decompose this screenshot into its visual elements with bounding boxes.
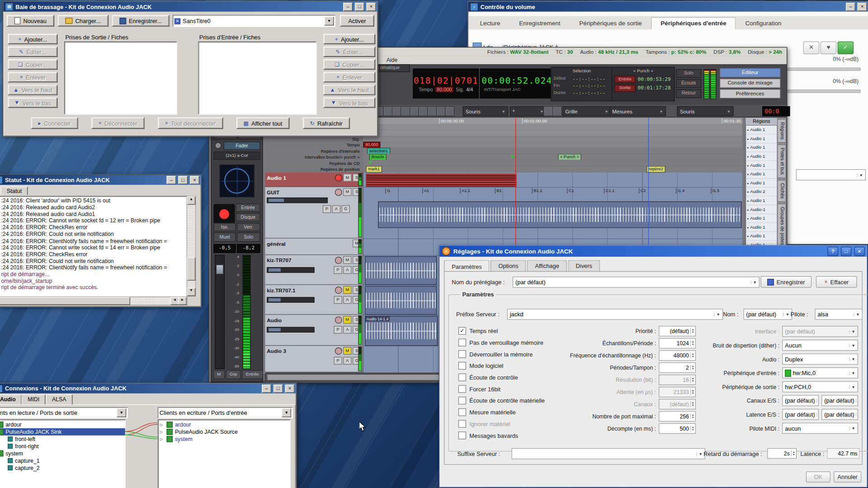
output-sockets-list[interactable]	[64, 42, 177, 115]
gain-display[interactable]: -0,5	[214, 244, 236, 253]
minimize-button[interactable]: –	[262, 384, 271, 392]
settings-checkbox[interactable]: Messages bavards	[458, 431, 545, 439]
status-titlebar[interactable]: J Statut - Kit de Connexion Audio JACK –…	[0, 175, 201, 185]
writable-clients-select[interactable]: Clients en ecriture / Ports d'entrée▼	[158, 407, 293, 418]
checkbox-icon[interactable]	[458, 431, 466, 439]
bar-marker[interactable]: A1.1	[460, 188, 471, 193]
in-channels-select[interactable]: (par défaut)▼	[782, 395, 819, 406]
cancel-button[interactable]: Annuler	[834, 471, 861, 482]
expander-icon[interactable]: ▸	[747, 207, 749, 211]
input-button[interactable]: Entrée	[236, 204, 260, 212]
bar-marker[interactable]: B1.1	[532, 188, 542, 193]
strip-bottom-button[interactable]: Entrée	[242, 370, 263, 379]
port-tree-item[interactable]: capture_1	[0, 457, 125, 464]
window-switch-button[interactable]: Préférences	[720, 89, 781, 99]
checkbox-icon[interactable]	[458, 373, 466, 381]
record-arm-button[interactable]	[335, 347, 342, 354]
close-button[interactable]: ×	[854, 247, 864, 256]
close-button[interactable]: ×	[367, 3, 376, 11]
settings-checkbox[interactable]: Ignorer matériel	[458, 419, 545, 427]
track-header-guit[interactable]: GUIT M S P A G	[265, 187, 363, 239]
input-device-select[interactable]: hw:Mic,0▼	[782, 367, 858, 378]
port-tree-item[interactable]: system	[0, 450, 125, 457]
settings-tab[interactable]: Paramètres	[444, 260, 490, 272]
settings-titlebar[interactable]: Réglages - Kit de Connexion Audio JACK ?…	[439, 246, 867, 257]
patchbay-action-button[interactable]: ▸Connecter	[31, 117, 78, 129]
ok-button[interactable]: OK	[806, 471, 830, 482]
isolate-button[interactable]: Iso.	[214, 223, 236, 231]
settings-checkbox[interactable]: Pas de verrouillage mémoire	[458, 338, 545, 346]
spin-arrows-icon[interactable]: ▲▼	[690, 328, 695, 334]
patchbay-side-button[interactable]: ❏Copier...	[8, 59, 57, 70]
primary-clock[interactable]: 018|02|0701 Tempo80.000 Sig.4/4	[413, 69, 479, 99]
settings-tab[interactable]: Divers	[568, 260, 600, 272]
region-list-item[interactable]: ▸Audio 1	[746, 232, 777, 241]
region-list-item[interactable]: ▸Audio 1	[746, 152, 777, 161]
checkbox-icon[interactable]	[458, 420, 466, 427]
gain-slider[interactable]	[267, 267, 314, 272]
tool-gain-button[interactable]	[410, 106, 419, 116]
mouse-mode-select[interactable]: Souris▼	[463, 106, 508, 116]
delete-preset-button[interactable]: ×Effacer	[816, 276, 857, 288]
tool-timefx-button[interactable]	[392, 106, 401, 116]
panner[interactable]	[219, 164, 255, 197]
port-tree-item[interactable]: ▷system	[158, 436, 290, 443]
dropdown-arrow-icon[interactable]: ▼	[117, 408, 126, 418]
sidebar-tab[interactable]: Régions	[777, 119, 786, 143]
settings-checkbox[interactable]: Temps réel	[458, 326, 545, 334]
track-header-kiz1[interactable]: kiz.TR707.1 M S P A G	[265, 285, 363, 315]
settings-checkbox[interactable]: Mesure matérielle	[458, 408, 545, 416]
port-tree-item[interactable]: ardour	[0, 421, 125, 428]
expander-icon[interactable]: ▷	[160, 422, 165, 427]
gain-slider[interactable]	[267, 327, 314, 333]
playlist-button[interactable]: P	[334, 296, 342, 304]
mute-button[interactable]: Muet	[214, 232, 236, 242]
patchbay-titlebar[interactable]: ⊞ Baie de brassage - Kit de Connexion Au…	[3, 2, 377, 12]
out-channels-select[interactable]: (par défaut)▼	[821, 395, 858, 406]
volume-tab[interactable]: Lecture	[471, 17, 510, 29]
record-arm-button[interactable]	[335, 174, 342, 181]
connections-titlebar[interactable]: J Connexions - Kit de Connexion Audio JA…	[0, 384, 296, 394]
audio-region[interactable]: Audio 14-1.4	[365, 316, 438, 346]
tool-button[interactable]	[427, 106, 437, 116]
readable-clients-select[interactable]: Clients en lecture / Ports de sortie▼	[0, 407, 128, 418]
monitor-mode-button[interactable]: Écoute	[676, 79, 701, 88]
midi-driver-select[interactable]: aucun▼	[782, 423, 858, 434]
region-list-item[interactable]: ▸Audio 1	[746, 135, 777, 144]
track-header-audio3[interactable]: Audio 3 M S P A G	[265, 346, 363, 372]
patchbay-action-button[interactable]: ▦Afficher tout	[236, 117, 289, 129]
transport-option-button[interactable]: omatique	[374, 64, 410, 72]
lock-button[interactable]: Verr.	[237, 223, 260, 231]
tool-button[interactable]	[419, 106, 428, 116]
spinbox[interactable]: (défaut)▲▼	[659, 399, 696, 409]
minimize-button[interactable]: –	[846, 3, 855, 11]
bar-marker[interactable]: A1	[422, 188, 429, 193]
patchbay-side-button[interactable]: +Ajouter...	[8, 34, 57, 44]
mute-button[interactable]: M	[343, 188, 351, 196]
server-path-select[interactable]: jackd▼	[507, 309, 723, 319]
port-tree-item[interactable]: front-right	[0, 443, 125, 450]
expander-icon[interactable]: ▸	[747, 155, 749, 159]
minimize-button[interactable]: –	[167, 176, 176, 184]
close-button[interactable]: ×	[190, 176, 199, 184]
patchbay-side-button[interactable]: ▲Vers le haut	[323, 84, 375, 95]
location-marker[interactable]: repère2	[646, 166, 665, 173]
patchbay-action-button[interactable]: ×Tout déconnecter	[158, 117, 223, 129]
bar-marker[interactable]: C1.1	[604, 188, 614, 193]
settings-tab[interactable]: Affichage	[527, 260, 567, 272]
gain-slider[interactable]	[267, 297, 314, 303]
spin-arrows-icon[interactable]: ▲▼	[690, 352, 695, 358]
playlist-button[interactable]: P	[334, 326, 342, 333]
mute-button[interactable]: M	[343, 347, 351, 355]
region-list-item[interactable]: ▸Audio 1	[746, 214, 777, 223]
output-ports-tree[interactable]: ardourPulseAudio JACK Sinkfront-leftfron…	[0, 419, 126, 488]
tool-button[interactable]	[436, 106, 446, 116]
plugin-slot[interactable]: (2x1) a-Cor	[214, 152, 260, 160]
tool-edit-button[interactable]	[401, 106, 410, 116]
patchbay-action-button[interactable]: ×Déconnecter	[91, 117, 145, 129]
region-list-item[interactable]: ▸Audio-1	[746, 205, 777, 214]
record-arm-button[interactable]	[335, 257, 342, 264]
patchbay-side-button[interactable]: ×Enlever	[323, 72, 375, 82]
tool-zoom-button[interactable]	[383, 106, 392, 116]
zoom-out-button[interactable]	[552, 106, 562, 116]
